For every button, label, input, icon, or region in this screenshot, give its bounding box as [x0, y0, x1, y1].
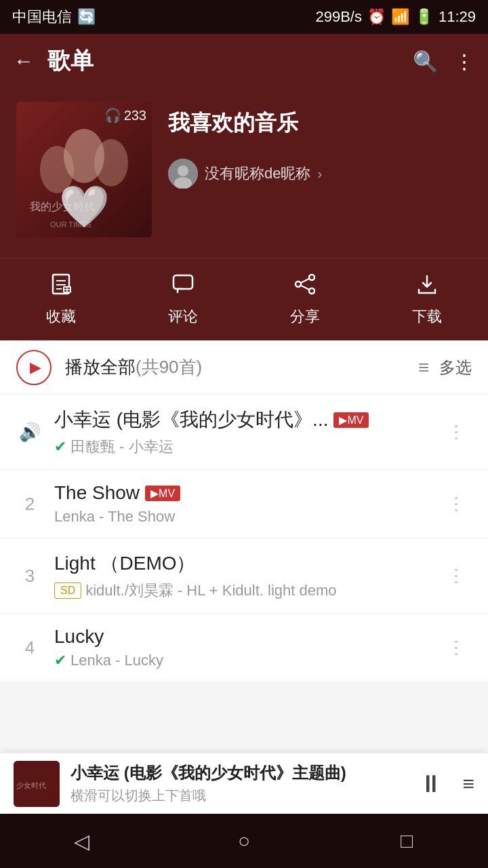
wifi-icon: 📶 [391, 8, 409, 26]
song-subtitle-4: ✔ Lenka - Lucky [54, 652, 441, 669]
share-icon [293, 272, 317, 302]
collect-action[interactable]: 收藏 [0, 265, 122, 334]
share-action[interactable]: 分享 [244, 265, 366, 334]
mv-badge-1: ▶MV [333, 412, 369, 428]
time-label: 11:29 [439, 8, 476, 26]
np-controls: ⏸ ≡ [413, 766, 474, 802]
author-chevron-icon: › [317, 166, 322, 182]
song-info-1: 小幸运 (电影《我的少女时代》... ▶MV ✔ 田馥甄 - 小幸运 [54, 407, 441, 457]
comment-action[interactable]: 评论 [122, 265, 244, 334]
list-item[interactable]: 🔊 小幸运 (电影《我的少女时代》... ▶MV ✔ 田馥甄 - 小幸运 ⋮ [0, 395, 488, 470]
nav-back-button[interactable]: ◁ [54, 814, 108, 868]
back-button[interactable]: ← [14, 50, 34, 73]
np-title: 小幸运 (电影《我的少女时代》主题曲) [70, 762, 413, 784]
playlist-icon: ≡ [462, 772, 474, 795]
comment-label: 评论 [168, 307, 198, 327]
playlist-button[interactable]: ≡ [462, 772, 474, 795]
svg-line-22 [301, 285, 309, 290]
album-cover-wrap: 我的少女时代 OUR TIMES 🎧 233 🤍 [16, 102, 152, 237]
more-button-4[interactable]: ⋮ [441, 631, 472, 665]
page-title: 歌单 [47, 45, 413, 77]
pause-icon: ⏸ [419, 770, 443, 798]
song-title-1: 小幸运 (电影《我的少女时代》... ▶MV [54, 407, 441, 433]
song-info-3: Light （DEMO） SD kidult./刘昊霖 - HL + Kidul… [54, 551, 441, 601]
nav-recent-icon: □ [401, 829, 413, 852]
share-label: 分享 [290, 307, 320, 327]
search-button[interactable]: 🔍 [413, 50, 438, 73]
nav-recent-button[interactable]: □ [380, 814, 434, 868]
sd-badge-3: SD [54, 583, 81, 599]
svg-point-8 [178, 165, 188, 176]
song-number-4: 4 [16, 637, 43, 658]
svg-point-19 [296, 281, 301, 287]
status-left: 中国电信 🔄 [12, 7, 96, 27]
playing-icon: 🔊 [19, 422, 41, 442]
nav-bar: ◁ ○ □ [0, 814, 488, 868]
song-number-2: 2 [16, 494, 43, 515]
np-info: 小幸运 (电影《我的少女时代》主题曲) 横滑可以切换上下首哦 [70, 762, 413, 805]
list-item[interactable]: 4 Lucky ✔ Lenka - Lucky ⋮ [0, 614, 488, 682]
action-bar: 收藏 评论 分享 下载 [0, 258, 488, 340]
multi-select-button[interactable]: 多选 [429, 357, 472, 378]
svg-point-4 [94, 139, 128, 186]
play-all-text: 播放全部(共90首) [65, 355, 418, 379]
pause-button[interactable]: ⏸ [413, 766, 449, 802]
check-icon-4: ✔ [54, 652, 66, 669]
collect-label: 收藏 [46, 307, 76, 327]
np-subtitle: 横滑可以切换上下首哦 [70, 787, 413, 805]
album-section: 我的少女时代 OUR TIMES 🎧 233 🤍 我喜欢的音乐 没有昵称de昵称… [0, 88, 488, 258]
header: ← 歌单 🔍 ⋮ [0, 34, 488, 88]
status-right: 299B/s ⏰ 📶 🔋 11:29 [315, 8, 476, 26]
song-number-3: 3 [16, 566, 43, 587]
list-item[interactable]: 2 The Show ▶MV Lenka - The Show ⋮ [0, 470, 488, 538]
author-avatar [168, 159, 198, 189]
download-label: 下载 [412, 307, 442, 327]
header-icons: 🔍 ⋮ [413, 50, 474, 73]
song-title-2: The Show ▶MV [54, 482, 441, 504]
svg-text:少女时代: 少女时代 [16, 781, 46, 789]
mv-badge-2: ▶MV [145, 486, 180, 501]
speed-label: 299B/s [315, 8, 362, 26]
svg-point-20 [309, 288, 314, 294]
song-info-4: Lucky ✔ Lenka - Lucky [54, 626, 441, 669]
svg-line-21 [301, 279, 309, 283]
svg-point-18 [309, 275, 314, 280]
song-subtitle-1: ✔ 田馥甄 - 小幸运 [54, 437, 441, 457]
album-author[interactable]: 没有昵称de昵称 › [168, 159, 472, 189]
battery-icon: 🔋 [415, 8, 433, 26]
song-subtitle-2: Lenka - The Show [54, 508, 441, 526]
author-name: 没有昵称de昵称 [205, 163, 310, 184]
play-all-bar: ▶ 播放全部(共90首) ≡ 多选 [0, 340, 488, 395]
song-subtitle-3: SD kidult./刘昊霖 - HL + Kidult. light demo [54, 580, 441, 601]
more-button-2[interactable]: ⋮ [441, 487, 472, 521]
nav-home-button[interactable]: ○ [217, 814, 271, 868]
play-all-icon: ▶ [30, 359, 41, 376]
list-icon: ≡ [418, 357, 429, 378]
play-count: 🎧 233 [104, 107, 146, 123]
svg-rect-17 [174, 275, 192, 289]
np-cover: 少女时代 [14, 761, 60, 807]
album-info: 我喜欢的音乐 没有昵称de昵称 › [168, 102, 472, 189]
now-playing-bar[interactable]: 少女时代 小幸运 (电影《我的少女时代》主题曲) 横滑可以切换上下首哦 ⏸ ≡ [0, 753, 488, 814]
check-icon-1: ✔ [54, 438, 66, 456]
download-icon [415, 272, 439, 302]
more-button[interactable]: ⋮ [454, 50, 474, 73]
song-number-1: 🔊 [16, 422, 43, 443]
collect-icon [49, 272, 73, 302]
carrier-label: 中国电信 [12, 7, 72, 27]
list-item[interactable]: 3 Light （DEMO） SD kidult./刘昊霖 - HL + Kid… [0, 538, 488, 614]
download-action[interactable]: 下载 [366, 265, 488, 334]
album-title: 我喜欢的音乐 [168, 108, 472, 138]
play-all-button[interactable]: ▶ [16, 350, 52, 385]
status-bar: 中国电信 🔄 299B/s ⏰ 📶 🔋 11:29 [0, 0, 488, 34]
more-button-3[interactable]: ⋮ [441, 559, 472, 593]
nav-back-icon: ◁ [74, 829, 89, 853]
nav-home-icon: ○ [238, 829, 250, 852]
song-title-4: Lucky [54, 626, 441, 648]
song-title-3: Light （DEMO） [54, 551, 441, 576]
sync-icon: 🔄 [77, 8, 96, 26]
comment-icon [171, 272, 195, 302]
more-button-1[interactable]: ⋮ [441, 415, 472, 450]
alarm-icon: ⏰ [367, 8, 386, 26]
song-list: 🔊 小幸运 (电影《我的少女时代》... ▶MV ✔ 田馥甄 - 小幸运 ⋮ 2… [0, 395, 488, 682]
